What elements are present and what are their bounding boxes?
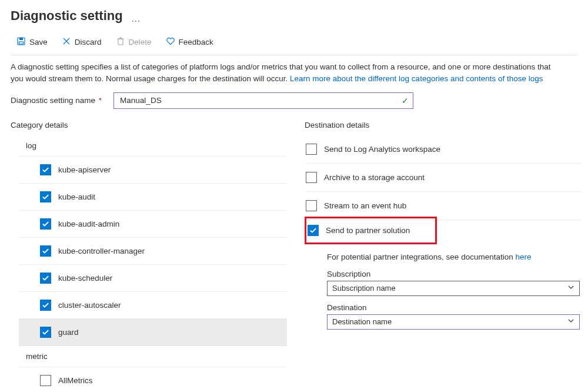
category-label: AllMetrics xyxy=(58,376,93,385)
category-details-column: Category details log kube-apiserver kube… xyxy=(11,121,287,393)
dest-partner-solution[interactable]: Send to partner solution xyxy=(306,222,435,238)
checkbox-icon[interactable] xyxy=(40,273,51,284)
category-label: cluster-autoscaler xyxy=(58,301,121,310)
svg-rect-2 xyxy=(19,42,24,44)
page-title: Diagnostic setting xyxy=(11,8,123,24)
select-value: Destination name xyxy=(332,317,392,326)
highlighted-partner-box: Send to partner solution xyxy=(305,217,437,244)
category-label: kube-scheduler xyxy=(58,274,112,283)
checkbox-icon[interactable] xyxy=(40,218,51,230)
metric-group-header: metric xyxy=(19,346,287,367)
delete-button: Delete xyxy=(110,34,158,50)
diagnostic-setting-name-input[interactable] xyxy=(113,92,413,109)
description-text: A diagnostic setting specifies a list of… xyxy=(11,61,552,85)
chevron-down-icon xyxy=(567,317,574,326)
dest-label: Stream to an event hub xyxy=(324,201,406,210)
category-row-kube-controller-manager[interactable]: kube-controller-manager xyxy=(19,238,287,265)
svg-rect-1 xyxy=(19,38,23,40)
more-icon[interactable]: … xyxy=(131,14,141,24)
heart-icon xyxy=(166,36,175,48)
checkbox-icon[interactable] xyxy=(40,375,51,386)
dest-storage-account[interactable]: Archive to a storage account xyxy=(305,164,581,192)
dest-event-hub[interactable]: Stream to an event hub xyxy=(305,192,581,220)
feedback-button[interactable]: Feedback xyxy=(160,34,219,50)
discard-label: Discard xyxy=(75,38,102,46)
checkbox-icon[interactable] xyxy=(40,164,51,175)
toolbar: Save Discard Delete Feedback xyxy=(11,29,577,55)
save-button[interactable]: Save xyxy=(11,34,54,50)
dest-label: Send to Log Analytics workspace xyxy=(324,145,440,154)
category-label: kube-audit-admin xyxy=(58,220,119,228)
partner-doc-link[interactable]: here xyxy=(515,253,531,261)
category-label: kube-apiserver xyxy=(58,165,111,174)
category-row-cluster-autoscaler[interactable]: cluster-autoscaler xyxy=(19,292,287,319)
chevron-down-icon xyxy=(567,284,574,293)
destination-label: Destination xyxy=(327,303,581,312)
name-label: Diagnostic setting name * xyxy=(11,96,102,105)
category-label: kube-audit xyxy=(58,192,95,201)
feedback-label: Feedback xyxy=(179,38,213,46)
checkbox-icon[interactable] xyxy=(306,172,317,183)
category-row-guard[interactable]: guard xyxy=(19,319,287,346)
save-icon xyxy=(16,36,26,48)
checkbox-icon[interactable] xyxy=(40,300,51,311)
discard-button[interactable]: Discard xyxy=(56,34,108,50)
learn-more-link[interactable]: Learn more about the different log categ… xyxy=(290,74,543,83)
category-row-kube-audit[interactable]: kube-audit xyxy=(19,184,287,211)
dest-label: Send to partner solution xyxy=(326,226,410,235)
log-group-header: log xyxy=(19,135,287,157)
destination-heading: Destination details xyxy=(305,121,581,129)
subscription-label: Subscription xyxy=(327,270,581,278)
checkbox-icon[interactable] xyxy=(308,225,319,236)
partner-note: For potential partner integrations, see … xyxy=(305,247,581,270)
checkbox-icon[interactable] xyxy=(306,144,317,155)
destination-select[interactable]: Destination name xyxy=(327,314,580,330)
save-label: Save xyxy=(29,38,48,46)
required-asterisk: * xyxy=(95,96,102,105)
category-label: kube-controller-manager xyxy=(58,247,145,255)
dest-log-analytics[interactable]: Send to Log Analytics workspace xyxy=(305,135,581,164)
close-icon xyxy=(62,36,71,48)
category-label: guard xyxy=(58,328,79,337)
checkbox-icon[interactable] xyxy=(40,327,51,338)
checkbox-icon[interactable] xyxy=(40,245,51,257)
category-row-kube-audit-admin[interactable]: kube-audit-admin xyxy=(19,211,287,238)
dest-label: Archive to a storage account xyxy=(324,173,425,182)
trash-icon xyxy=(116,36,125,48)
select-value: Subscription name xyxy=(332,284,396,293)
valid-check-icon: ✓ xyxy=(402,96,409,105)
category-row-kube-scheduler[interactable]: kube-scheduler xyxy=(19,265,287,292)
category-row-kube-apiserver[interactable]: kube-apiserver xyxy=(19,157,287,184)
category-row-allmetrics[interactable]: AllMetrics xyxy=(19,367,287,393)
category-heading: Category details xyxy=(11,121,287,129)
checkbox-icon[interactable] xyxy=(40,191,51,202)
checkbox-icon[interactable] xyxy=(306,200,317,211)
destination-details-column: Destination details Send to Log Analytic… xyxy=(305,121,581,393)
delete-label: Delete xyxy=(129,38,152,46)
svg-rect-5 xyxy=(118,39,123,45)
subscription-select[interactable]: Subscription name xyxy=(327,281,580,296)
